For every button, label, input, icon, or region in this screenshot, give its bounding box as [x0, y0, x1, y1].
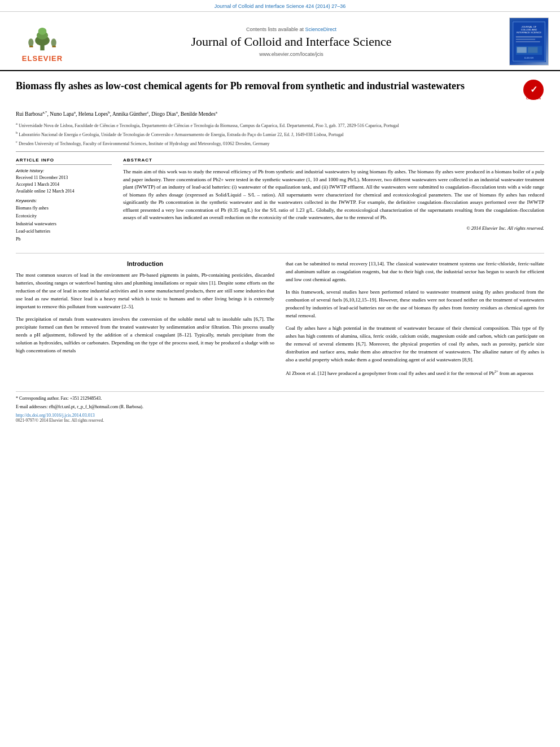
author-6: Benilde Mendesa: [181, 111, 217, 117]
journal-reference-bar: Journal of Colloid and Interface Science…: [0, 0, 560, 12]
abstract-label: ABSTRACT: [123, 158, 544, 165]
article-container: Biomass fly ashes as low-cost chemical a…: [0, 71, 560, 434]
article-title-block: Biomass fly ashes as low-cost chemical a…: [16, 79, 544, 104]
abstract-column: ABSTRACT The main aim of this work was t…: [123, 158, 544, 246]
body-para-4: In this framework, several studies have …: [286, 289, 544, 320]
journal-reference-text: Journal of Colloid and Interface Science…: [215, 3, 346, 9]
svg-text:INTERFACE SCIENCE: INTERFACE SCIENCE: [517, 31, 541, 34]
introduction-heading: Introduction: [16, 260, 274, 267]
email-addresses: rfb@fct.unl.pt, r_p_f_b@hotmail.com (R. …: [49, 404, 143, 409]
corresponding-author-footnote: * Corresponding author. Fax: +351 212948…: [16, 395, 544, 402]
crossmark-icon: ✓ CrossMark: [523, 79, 544, 101]
authors-line: Rui Barbosaa,*, Nuno Lapaa, Helena Lopes…: [16, 110, 544, 118]
svg-point-5: [51, 38, 56, 47]
article-footer: * Corresponding author. Fax: +351 212948…: [16, 391, 544, 423]
available-online-date: Available online 12 March 2014: [16, 188, 112, 195]
svg-rect-15: [516, 41, 540, 42]
body-para-1: The most common sources of lead in the e…: [16, 272, 274, 311]
author-4: Annika Güntherc: [112, 111, 149, 117]
author-1: Rui Barbosaa,*: [16, 111, 47, 117]
svg-text:COLLOID AND: COLLOID AND: [521, 28, 537, 31]
journal-url: www.elsevier.com/locate/jcis: [73, 51, 509, 57]
affiliations-block: a Universidade Nova de Lisboa, Faculdade…: [16, 121, 544, 147]
keyword-5: Pb: [16, 235, 112, 243]
svg-rect-6: [29, 46, 33, 47]
journal-title-block: Contents lists available at ScienceDirec…: [73, 27, 509, 57]
svg-point-3: [38, 27, 47, 34]
body-para-5: Coal fly ashes have a high potential in …: [286, 325, 544, 364]
abstract-text: The main aim of this work was to study t…: [123, 168, 544, 222]
svg-rect-18: [528, 47, 537, 53]
keywords-label: Keywords:: [16, 198, 112, 203]
keyword-4: Lead-acid batteries: [16, 228, 112, 235]
svg-text:ELSEVIER: ELSEVIER: [524, 57, 534, 59]
contents-available-text: Contents lists available at ScienceDirec…: [73, 27, 509, 32]
keyword-list: Biomass fly ashes Ecotoxicity Industrial…: [16, 204, 112, 243]
sciencedirect-link[interactable]: ScienceDirect: [305, 27, 337, 32]
accepted-date: Accepted 1 March 2014: [16, 181, 112, 188]
keywords-section: Keywords: Biomass fly ashes Ecotoxicity …: [16, 198, 112, 243]
body-para-2: The precipitation of metals from wastewa…: [16, 316, 274, 355]
article-title: Biomass fly ashes as low-cost chemical a…: [16, 79, 517, 93]
body-right-column: that can be submitted to metal recovery …: [286, 260, 544, 382]
doi-line: http://dx.doi.org/10.1016/j.jcis.2014.03…: [16, 413, 544, 418]
journal-name: Journal of Colloid and Interface Science: [73, 34, 509, 49]
article-info-column: ARTICLE INFO Article history: Received 1…: [16, 158, 112, 246]
email-label: E-mail addresses:: [16, 404, 48, 409]
svg-rect-7: [52, 46, 55, 47]
issn-line: 0021-9797/© 2014 Elsevier Inc. All right…: [16, 418, 544, 423]
svg-rect-14: [516, 39, 535, 40]
body-two-col: Introduction The most common sources of …: [16, 260, 544, 382]
keyword-3: Industrial wastewaters: [16, 220, 112, 228]
affiliation-3: c Dresden University of Technology, Facu…: [16, 139, 544, 147]
author-3: Helena Lopesb: [78, 111, 110, 117]
author-5: Diogo Diasa: [151, 111, 178, 117]
history-label: Article history:: [16, 168, 112, 173]
article-history-section: Article history: Received 11 December 20…: [16, 168, 112, 195]
body-divider: [16, 253, 544, 254]
email-footnote: E-mail addresses: rfb@fct.unl.pt, r_p_f_…: [16, 404, 544, 410]
keyword-2: Ecotoxicity: [16, 212, 112, 220]
elsevier-logo: ELSEVIER: [11, 21, 73, 63]
svg-rect-13: [516, 37, 542, 38]
affiliation-1: a Universidade Nova de Lisboa, Faculdade…: [16, 121, 544, 129]
svg-point-4: [28, 38, 33, 47]
body-para-6: Al Zboon et al. [12] have produced a geo…: [286, 369, 544, 378]
svg-text:JOURNAL OF: JOURNAL OF: [522, 25, 537, 28]
body-left-column: Introduction The most common sources of …: [16, 260, 274, 382]
copyright-line: © 2014 Elsevier Inc. All rights reserved…: [123, 225, 544, 231]
journal-header: ELSEVIER Contents lists available at Sci…: [0, 12, 560, 71]
author-2: Nuno Lapaa: [50, 111, 76, 117]
elsevier-brand-text: ELSEVIER: [22, 54, 63, 63]
keyword-1: Biomass fly ashes: [16, 204, 112, 212]
article-info-abstract-section: ARTICLE INFO Article history: Received 1…: [16, 151, 544, 246]
article-info-label: ARTICLE INFO: [16, 158, 112, 165]
journal-cover-image: JOURNAL OF COLLOID AND INTERFACE SCIENCE…: [509, 18, 549, 65]
elsevier-tree-icon: [20, 21, 65, 52]
svg-text:✓: ✓: [530, 85, 537, 94]
svg-text:CrossMark: CrossMark: [526, 97, 541, 100]
affiliation-2: b Laboratório Nacional de Energia e Geol…: [16, 130, 544, 138]
body-para-3: that can be submitted to metal recovery …: [286, 260, 544, 284]
svg-rect-17: [517, 47, 527, 53]
received-date: Received 11 December 2013: [16, 174, 112, 181]
